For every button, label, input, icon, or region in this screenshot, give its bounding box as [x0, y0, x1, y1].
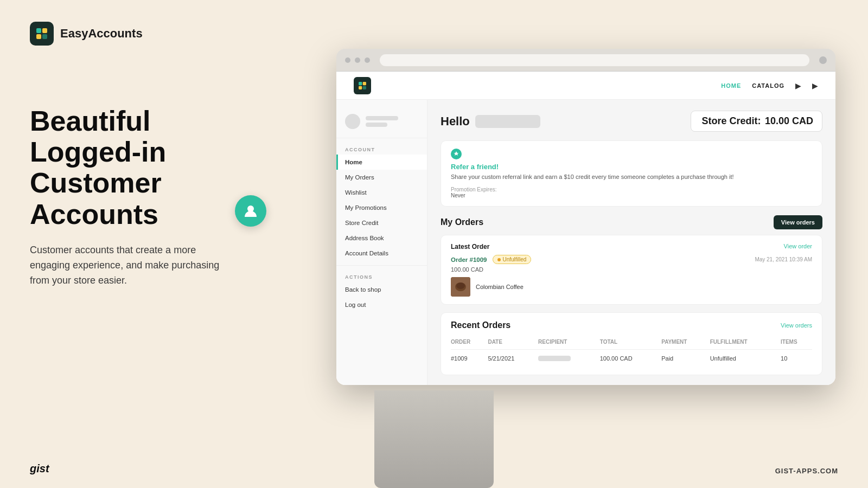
referral-expires-value: Never — [451, 192, 812, 198]
order-product-name: Colombian Coffee — [476, 284, 524, 290]
brand-logo: EasyAccounts — [30, 22, 143, 46]
store-header: HOME CATALOG ▶ ▶ — [336, 72, 835, 100]
referral-desc: Share your custom referral link and earn… — [451, 173, 812, 181]
col-recipient: RECIPIENT — [538, 336, 600, 350]
sidebar-item-account-details[interactable]: Account Details — [336, 246, 427, 261]
store-credit-badge: Store Credit: 10.00 CAD — [691, 111, 822, 132]
sidebar-user-info — [366, 116, 398, 127]
monitor-stand — [374, 390, 494, 488]
order-amount: 100.00 CAD — [451, 266, 812, 273]
my-orders-header: My Orders View orders — [441, 215, 822, 229]
col-fulfillment: FULFILLMENT — [710, 336, 781, 350]
browser-dot-3 — [365, 57, 370, 63]
hello-bar: Hello Store Credit: 10.00 CAD — [441, 111, 822, 132]
recent-orders-title: Recent Orders — [451, 320, 510, 330]
row-payment: Paid — [661, 350, 710, 368]
order-meta: Order #1009 Unfulfilled May 21, 2021 10:… — [451, 255, 812, 264]
col-payment: PAYMENT — [661, 336, 710, 350]
actions-section-label: ACTIONS — [336, 270, 427, 282]
brand-logo-icon — [30, 22, 54, 46]
sidebar-item-back-to-shop[interactable]: Back to shop — [336, 282, 427, 297]
store-page: HOME CATALOG ▶ ▶ ACCOUNT Home My Or — [336, 72, 835, 385]
content-panel: Hello Store Credit: 10.00 CAD — [427, 100, 835, 385]
recent-orders-header: Recent Orders View orders — [451, 320, 812, 330]
recent-orders-card: Recent Orders View orders ORDER DATE REC… — [441, 312, 822, 375]
sidebar-item-log-out[interactable]: Log out — [336, 297, 427, 312]
sidebar-item-address-book[interactable]: Address Book — [336, 230, 427, 246]
browser-chrome — [336, 49, 835, 72]
svg-rect-7 — [359, 86, 362, 89]
footer-brand-right: GIST-APPS.COM — [775, 467, 838, 475]
floating-avatar — [235, 195, 266, 227]
col-order: ORDER — [451, 336, 488, 350]
sidebar-divider — [336, 265, 427, 266]
col-items: ITEMS — [781, 336, 812, 350]
sidebar-user-line-2 — [366, 123, 387, 127]
referral-icon — [451, 149, 462, 159]
svg-rect-5 — [359, 82, 362, 85]
store-credit-value: 10.00 CAD — [765, 115, 813, 126]
svg-rect-0 — [36, 28, 41, 33]
col-total: TOTAL — [600, 336, 662, 350]
browser-dot-1 — [345, 57, 350, 63]
table-row: #1009 5/21/2021 100.00 CAD Paid Unfulfil… — [451, 350, 812, 368]
store-credit-label: Store Credit: — [702, 115, 761, 126]
nav-home[interactable]: HOME — [721, 82, 741, 89]
sidebar-item-store-credit[interactable]: Store Credit — [336, 215, 427, 230]
svg-point-11 — [456, 282, 465, 289]
latest-order-header: Latest Order View order — [451, 243, 812, 251]
order-status-text: Unfulfilled — [503, 256, 527, 262]
order-product-image — [451, 277, 470, 297]
latest-order-card: Latest Order View order Order #1009 Unfu… — [441, 235, 822, 305]
row-recipient — [538, 350, 600, 368]
referral-expires-label: Promotion Expires: — [451, 187, 812, 192]
browser-dot-2 — [355, 57, 360, 63]
brand-name: EasyAccounts — [60, 27, 143, 41]
sidebar-item-orders[interactable]: My Orders — [336, 170, 427, 185]
order-product: Colombian Coffee — [451, 277, 812, 297]
svg-rect-2 — [36, 34, 41, 39]
cart-nav-icon[interactable]: ▶ — [812, 81, 818, 90]
sidebar-item-promotions[interactable]: My Promotions — [336, 200, 427, 215]
svg-rect-6 — [363, 82, 366, 85]
svg-rect-3 — [42, 34, 47, 39]
referral-card: Refer a friend! Share your custom referr… — [441, 140, 822, 207]
sidebar-avatar — [345, 114, 360, 129]
user-nav-icon[interactable]: ▶ — [795, 81, 801, 90]
row-date: 5/21/2021 — [488, 350, 538, 368]
store-logo — [354, 77, 371, 94]
row-fulfillment: Unfulfilled — [710, 350, 781, 368]
view-orders-button[interactable]: View orders — [774, 215, 822, 229]
account-section-label: ACCOUNT — [336, 143, 427, 155]
browser-menu-icon — [819, 56, 827, 64]
sidebar-user — [336, 108, 427, 138]
row-order: #1009 — [451, 350, 488, 368]
row-items: 10 — [781, 350, 812, 368]
hero-subtitle: Customer accounts that create a more eng… — [30, 243, 236, 288]
footer-brand-left: gist — [30, 463, 49, 475]
row-total: 100.00 CAD — [600, 350, 662, 368]
referral-title: Refer a friend! — [451, 163, 812, 171]
svg-rect-1 — [42, 28, 47, 33]
hello-label: Hello — [441, 114, 470, 129]
nav-catalog[interactable]: CATALOG — [752, 82, 784, 89]
recipient-placeholder — [538, 356, 571, 361]
hero-section: BeautifulLogged-inCustomerAccounts Custo… — [30, 106, 236, 288]
store-nav: HOME CATALOG ▶ ▶ — [721, 81, 818, 90]
recent-orders-view-link[interactable]: View orders — [781, 322, 812, 329]
view-order-link[interactable]: View order — [784, 243, 812, 251]
browser-addressbar — [380, 54, 809, 66]
order-status-badge: Unfulfilled — [493, 255, 532, 264]
hero-title: BeautifulLogged-inCustomerAccounts — [30, 106, 236, 230]
my-orders-title: My Orders — [441, 217, 483, 227]
svg-rect-8 — [363, 86, 366, 89]
col-date: DATE — [488, 336, 538, 350]
hello-name-placeholder — [475, 115, 540, 128]
latest-order-title: Latest Order — [451, 243, 489, 251]
order-number: Order #1009 — [451, 256, 487, 263]
sidebar-item-home[interactable]: Home — [336, 155, 427, 170]
hello-text: Hello — [441, 114, 540, 129]
order-date: May 21, 2021 10:39 AM — [755, 256, 812, 262]
store-main: ACCOUNT Home My Orders Wishlist My Promo… — [336, 100, 835, 385]
sidebar-item-wishlist[interactable]: Wishlist — [336, 185, 427, 200]
